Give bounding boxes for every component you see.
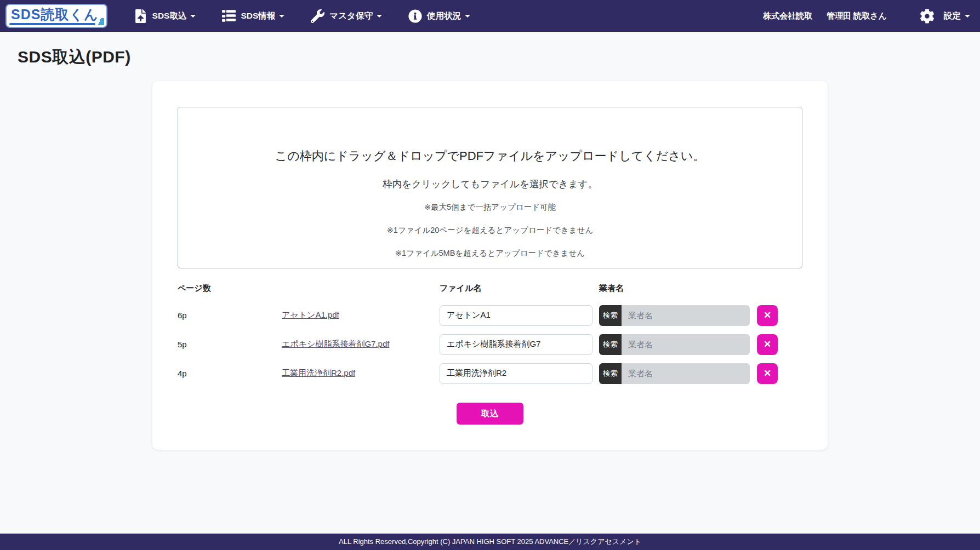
vendor-name-input[interactable] bbox=[622, 334, 750, 355]
nav-sds-import[interactable]: SDS取込 bbox=[134, 9, 196, 23]
vendor-search-button[interactable]: 検索 bbox=[599, 334, 622, 355]
import-button-row: 取込 bbox=[178, 403, 802, 425]
copyright-text: ALL Rights Reserved,Copyright (C) JAPAN … bbox=[339, 537, 641, 546]
nav-usage-status[interactable]: 使用状況 bbox=[408, 9, 470, 23]
chevron-down-icon bbox=[279, 15, 284, 18]
chevron-down-icon bbox=[377, 15, 382, 18]
column-header-pages: ページ数 bbox=[178, 283, 282, 294]
top-navbar: SDS読取くん SDS取込 SDS情報 マスタ保守 使用状況 株式会社読取 管理… bbox=[0, 0, 980, 32]
remove-file-button[interactable]: ✕ bbox=[757, 363, 778, 384]
nav-sds-info[interactable]: SDS情報 bbox=[222, 9, 284, 23]
navbar-right: 株式会社読取 管理田 読取さん 設定 bbox=[763, 9, 970, 24]
vendor-name-input[interactable] bbox=[622, 363, 750, 384]
info-circle-icon bbox=[408, 9, 422, 23]
main-content: SDS取込(PDF) この枠内にドラッグ＆ドロップでPDFファイルをアップロード… bbox=[0, 32, 980, 534]
pdf-dropzone[interactable]: この枠内にドラッグ＆ドロップでPDFファイルをアップロードしてください。 枠内を… bbox=[178, 107, 802, 268]
import-button[interactable]: 取込 bbox=[457, 403, 523, 425]
vendor-field-group: 検索 bbox=[599, 305, 750, 326]
page-count: 5p bbox=[178, 340, 282, 349]
chevron-down-icon bbox=[965, 15, 970, 18]
nav-master-maintenance[interactable]: マスタ保守 bbox=[311, 9, 382, 23]
upload-card: この枠内にドラッグ＆ドロップでPDFファイルをアップロードしてください。 枠内を… bbox=[152, 81, 828, 450]
uploaded-files-table: ページ数 ファイル名 業者名 6p アセトンA1.pdf 検索 ✕ bbox=[178, 283, 802, 388]
settings-menu[interactable]: 設定 bbox=[920, 9, 970, 24]
settings-label: 設定 bbox=[944, 10, 961, 22]
company-name: 株式会社読取 bbox=[763, 11, 812, 21]
page-title: SDS取込(PDF) bbox=[18, 46, 980, 68]
dropzone-click-hint: 枠内をクリックしてもファイルを選択できます。 bbox=[178, 177, 802, 191]
filename-input[interactable] bbox=[440, 305, 592, 326]
close-icon: ✕ bbox=[764, 310, 771, 320]
vendor-field-group: 検索 bbox=[599, 334, 750, 355]
wrench-icon bbox=[311, 9, 324, 23]
table-row: 6p アセトンA1.pdf 検索 ✕ bbox=[178, 301, 802, 330]
column-header-vendor: 業者名 bbox=[599, 283, 750, 294]
vendor-name-input[interactable] bbox=[622, 305, 750, 326]
file-link[interactable]: 工業用洗浄剤R2.pdf bbox=[282, 368, 355, 379]
vendor-field-group: 検索 bbox=[599, 363, 750, 384]
close-icon: ✕ bbox=[764, 339, 771, 350]
remove-file-button[interactable]: ✕ bbox=[757, 334, 778, 355]
table-row: 4p 工業用洗浄剤R2.pdf 検索 ✕ bbox=[178, 359, 802, 388]
dropzone-instruction: この枠内にドラッグ＆ドロップでPDFファイルをアップロードしてください。 bbox=[178, 148, 802, 164]
gear-icon bbox=[920, 9, 935, 24]
close-icon: ✕ bbox=[764, 368, 771, 379]
filename-input[interactable] bbox=[440, 363, 592, 384]
chevron-down-icon bbox=[465, 15, 470, 18]
nav-label: SDS情報 bbox=[241, 10, 275, 22]
table-row: 5p エポキシ樹脂系接着剤G7.pdf 検索 ✕ bbox=[178, 330, 802, 359]
list-icon bbox=[222, 9, 236, 23]
user-name: 管理田 読取さん bbox=[827, 11, 887, 21]
dropzone-note-max-size: ※1ファイル5MBを超えるとアップロードできません bbox=[178, 248, 802, 259]
page-count: 6p bbox=[178, 311, 282, 320]
file-upload-icon bbox=[134, 9, 147, 23]
vendor-search-button[interactable]: 検索 bbox=[599, 363, 622, 384]
column-header-filename: ファイル名 bbox=[440, 283, 592, 294]
chevron-down-icon bbox=[190, 15, 196, 18]
nav-label: マスタ保守 bbox=[329, 10, 373, 22]
page-count: 4p bbox=[178, 369, 282, 378]
footer: ALL Rights Reserved,Copyright (C) JAPAN … bbox=[0, 534, 980, 550]
file-link[interactable]: アセトンA1.pdf bbox=[282, 310, 339, 320]
dropzone-note-max-pages: ※1ファイル20ページを超えるとアップロードできません bbox=[178, 225, 802, 236]
nav-label: SDS取込 bbox=[152, 10, 187, 22]
nav-label: 使用状況 bbox=[427, 10, 461, 22]
file-link[interactable]: エポキシ樹脂系接着剤G7.pdf bbox=[282, 339, 389, 350]
app-logo[interactable]: SDS読取くん bbox=[5, 4, 107, 28]
dropzone-note-max-files: ※最大5個まで一括アップロード可能 bbox=[178, 202, 802, 213]
remove-file-button[interactable]: ✕ bbox=[757, 305, 778, 326]
vendor-search-button[interactable]: 検索 bbox=[599, 305, 622, 326]
table-header-row: ページ数 ファイル名 業者名 bbox=[178, 283, 802, 301]
filename-input[interactable] bbox=[440, 334, 592, 355]
app-logo-text: SDS読取くん bbox=[11, 7, 99, 22]
